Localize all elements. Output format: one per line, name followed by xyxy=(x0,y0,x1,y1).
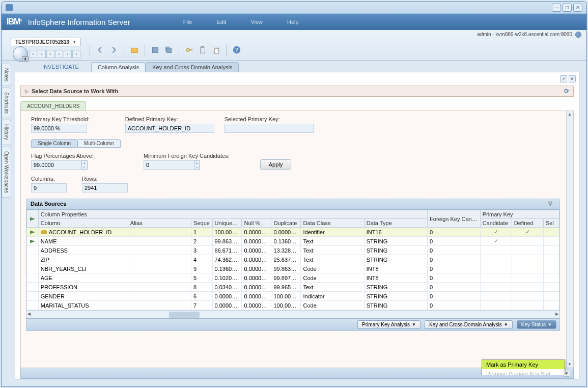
key-cross-domain-button[interactable]: Key and Cross-Domain Analysis▼ xyxy=(425,320,513,329)
th-uniq[interactable]: Uniquene: xyxy=(212,219,242,228)
scroll-thumb[interactable] xyxy=(169,312,200,318)
th-column[interactable]: Column xyxy=(38,219,128,228)
copy-icon[interactable] xyxy=(210,44,222,56)
defined-pk-input[interactable] xyxy=(125,124,214,133)
table-row[interactable]: PROFESSION80.03400200.000000099.965997Te… xyxy=(27,283,559,292)
th-dup[interactable]: Duplicate xyxy=(271,219,301,228)
tab-key-cross-domain[interactable]: Key and Cross-Domain Analysis xyxy=(146,62,239,72)
tab-column-analysis[interactable]: Column Analysis xyxy=(91,62,146,72)
open-icon[interactable] xyxy=(128,44,141,56)
min-fk-input[interactable] xyxy=(144,160,194,170)
subnav: INVESTIGATE Column Analysis Key and Cros… xyxy=(2,61,586,72)
defined-pk-label: Defined Primary Key: xyxy=(125,116,214,122)
mini-btn-5[interactable]: ▫ xyxy=(64,50,72,58)
mini-btn-1[interactable]: ▫ xyxy=(29,50,37,58)
datasource-tab[interactable]: ACCOUNT_HOLDERS xyxy=(20,101,86,110)
help-icon[interactable]: ? xyxy=(231,44,243,56)
close-panel-icon[interactable]: ✕ xyxy=(569,75,576,82)
project-name: TESTPROJECT052813 xyxy=(15,39,69,45)
maximize-button[interactable]: □ xyxy=(563,4,572,12)
save-icon[interactable] xyxy=(149,44,161,56)
th-null[interactable]: Null % xyxy=(242,219,271,228)
filter-icon[interactable]: ▽ xyxy=(548,201,555,208)
user-bar: admin - kvm086-w2k8.ascential.com:9080 xyxy=(2,30,586,39)
mini-btn-3[interactable]: ▫ xyxy=(46,50,54,58)
side-tab-history[interactable]: History xyxy=(2,120,11,145)
table-row[interactable]: NBR_YEARS_CLI90.13600810.000000099.86399… xyxy=(27,264,559,273)
table-row[interactable]: ACCOUNT_HOLDER_ID1100.000000.00000000.00… xyxy=(27,228,559,237)
mini-btn-4[interactable]: ▫ xyxy=(55,50,63,58)
table-row[interactable]: MARITAL_STATUS70.00000000.0000000100.000… xyxy=(27,301,559,310)
step-up[interactable]: + xyxy=(194,161,200,165)
table-row[interactable]: ADDRESS386.6712000.000000013.328799TextS… xyxy=(27,246,559,255)
selected-pk-label: Selected Primary Key: xyxy=(225,116,314,122)
minimize-button[interactable]: — xyxy=(552,4,561,12)
grid-title: Data Sources xyxy=(31,201,66,208)
menu-help[interactable]: Help xyxy=(275,17,311,27)
th-sel[interactable]: Sel xyxy=(543,219,559,228)
th-fk[interactable]: Foreign Key Candid xyxy=(428,210,481,228)
orb-badge: 4 xyxy=(22,56,29,62)
th-seq[interactable]: Seque xyxy=(191,219,212,228)
mini-buttons: ▫ ▫ ▫ ▫ ▫ ▫ xyxy=(29,50,80,58)
back-icon[interactable] xyxy=(94,44,106,56)
table-row[interactable]: NAME299.8639910.00000000.1360081TextSTRI… xyxy=(27,237,559,246)
external-icon[interactable]: ↗ xyxy=(560,75,567,82)
svg-rect-2 xyxy=(166,48,171,52)
selected-pk-input[interactable] xyxy=(225,124,314,133)
key-status-button[interactable]: Key Status▼ xyxy=(517,320,556,329)
side-tab-notes[interactable]: Notes xyxy=(2,64,11,86)
rows-label: Rows: xyxy=(82,176,128,182)
pk-threshold-input[interactable] xyxy=(31,124,87,133)
mini-btn-2[interactable]: ▫ xyxy=(38,50,46,58)
step-down[interactable]: − xyxy=(82,165,87,169)
expand-icon[interactable]: ▷ xyxy=(25,89,29,94)
forward-icon[interactable] xyxy=(107,44,120,56)
th-def[interactable]: Defined xyxy=(512,219,543,228)
flag-icon xyxy=(30,217,35,221)
mini-btn-6[interactable]: ▫ xyxy=(72,50,80,58)
step-down[interactable]: − xyxy=(194,165,200,169)
menu-remove-primary-key: Remove Primary Key Stat xyxy=(482,369,565,375)
save-all-icon[interactable] xyxy=(162,44,175,56)
menu-view[interactable]: View xyxy=(238,17,275,27)
project-dropdown-icon[interactable]: ▼ xyxy=(72,40,76,44)
section-header[interactable]: ▷ Select Data Source to Work With ⟳ xyxy=(20,86,574,97)
apply-button[interactable]: Apply xyxy=(260,159,292,170)
side-tab-shortcuts[interactable]: Shortcuts xyxy=(2,88,11,118)
rows-input xyxy=(82,183,128,192)
th-dclass[interactable]: Data Class xyxy=(301,219,364,228)
flag-above-input[interactable] xyxy=(31,160,82,170)
separator xyxy=(145,44,145,56)
primary-key-analysis-button[interactable]: Primary Key Analysis▼ xyxy=(357,320,421,329)
project-tab[interactable]: TESTPROJECT052813 ▼ xyxy=(11,38,81,46)
th-alias[interactable]: Alias xyxy=(128,219,191,228)
key-icon[interactable] xyxy=(183,44,195,56)
step-up[interactable]: + xyxy=(82,161,87,165)
titlebar[interactable]: — □ ✕ xyxy=(2,2,586,14)
th-dtype[interactable]: Data Type xyxy=(364,219,427,228)
svg-rect-5 xyxy=(201,46,204,47)
table-row[interactable]: ZIP474.3624610.000000025.637538TextSTRIN… xyxy=(27,255,559,264)
side-tab-workspaces[interactable]: Open Workspaces xyxy=(2,147,11,198)
th-cand[interactable]: Candidate xyxy=(480,219,512,228)
close-button[interactable]: ✕ xyxy=(573,4,582,12)
section-title: Select Data Source to Work With xyxy=(32,88,118,94)
menu-mark-primary-key[interactable]: Mark as Primary Key xyxy=(482,360,565,369)
menu-file[interactable]: File xyxy=(171,17,205,27)
vertical-scrollbar[interactable] xyxy=(566,111,573,368)
clipboard-icon[interactable] xyxy=(197,44,209,56)
orb-button[interactable]: 4 xyxy=(13,46,28,62)
th-group-column-props: Column Properties xyxy=(38,210,427,219)
th-flag[interactable] xyxy=(27,210,39,228)
table-row[interactable]: AGE50.10200610.000000099.897993CodeINT80 xyxy=(27,273,559,283)
tab-single-column[interactable]: Single Column xyxy=(31,139,77,148)
menu-edit[interactable]: Edit xyxy=(204,17,238,27)
refresh-icon[interactable]: ⟳ xyxy=(564,88,569,95)
flag-above-label: Flag Percentages Above: xyxy=(31,153,94,159)
tab-multi-column[interactable]: Multi-Column xyxy=(77,139,121,148)
globe-icon[interactable] xyxy=(575,32,581,38)
horizontal-scrollbar[interactable] xyxy=(26,310,559,318)
toolbar: TESTPROJECT052813 ▼ 4 ▫ ▫ ▫ ▫ ▫ ▫ xyxy=(2,39,586,61)
table-row[interactable]: GENDER60.00000000.0000000100.00000Indica… xyxy=(27,292,559,301)
